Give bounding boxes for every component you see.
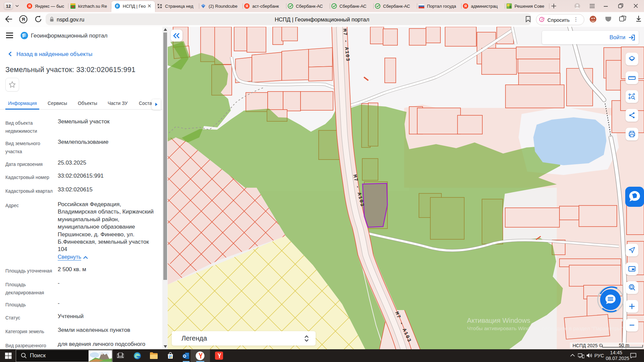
svg-text:Я: Я bbox=[28, 4, 31, 8]
svg-text:Я: Я bbox=[464, 4, 467, 8]
svg-text:Я: Я bbox=[246, 4, 248, 8]
